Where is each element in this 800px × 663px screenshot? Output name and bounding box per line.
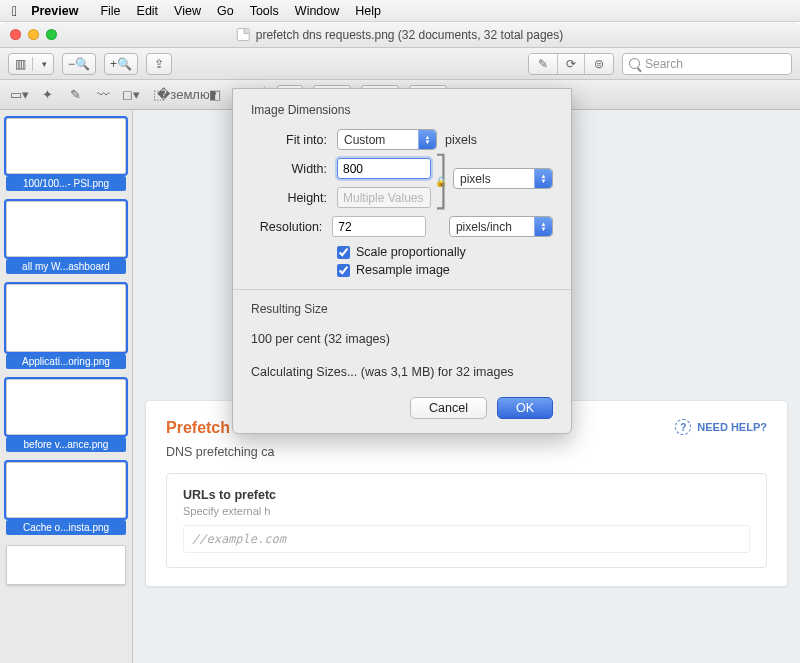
share-button[interactable]: ⇪ (146, 53, 172, 75)
thumbnail[interactable] (6, 201, 126, 257)
scale-proportionally-checkbox[interactable]: Scale proportionally (337, 245, 553, 259)
menu-file[interactable]: File (92, 0, 128, 22)
search-icon (629, 58, 640, 69)
thumbnail-label: before v...ance.png (6, 437, 126, 452)
chevrons-icon: ▲▼ (418, 130, 436, 149)
thumbnail-label: Applicati...oring.png (6, 354, 126, 369)
resample-image-checkbox[interactable]: Resample image (337, 263, 553, 277)
draw-icon[interactable]: 〰 (94, 86, 112, 104)
fit-into-select[interactable]: Custom▲▼ (337, 129, 437, 150)
thumbnail-label: Cache o...insta.png (6, 520, 126, 535)
checkbox-icon[interactable] (337, 264, 350, 277)
chevrons-icon: ▲▼ (534, 217, 552, 236)
width-input[interactable] (337, 158, 431, 179)
sketch-icon[interactable]: ✎ (66, 86, 84, 104)
thumbnail[interactable] (6, 545, 126, 585)
aspect-lock: ⎤ 🔒 ⎦ (435, 158, 447, 205)
resolution-input[interactable] (332, 216, 426, 237)
thumbnail[interactable] (6, 462, 126, 518)
menu-view[interactable]: View (166, 0, 209, 22)
thumbnail-label: 100/100...- PSI.png (6, 176, 126, 191)
search-input[interactable]: Search (622, 53, 792, 75)
zoom-out-button[interactable]: −🔍 (62, 53, 96, 75)
shapes-icon[interactable]: ◻▾ (122, 86, 140, 104)
traffic-zoom-icon[interactable] (46, 29, 57, 40)
zoom-in-button[interactable]: +🔍 (104, 53, 138, 75)
search-placeholder: Search (645, 57, 683, 71)
menu-help[interactable]: Help (347, 0, 389, 22)
result-percent: 100 per cent (32 images) (251, 328, 553, 351)
toolbar-primary: ▥▾ −🔍 +🔍 ⇪ ✎ ⟳ ⊜ Search (0, 48, 800, 80)
instant-alpha-icon[interactable]: ✦ (38, 86, 56, 104)
need-help-button[interactable]: ?NEED HELP? (675, 419, 767, 435)
selection-tool-icon[interactable]: ▭▾ (10, 86, 28, 104)
box-mono: //example.com (183, 525, 750, 553)
help-ring-icon: ? (675, 419, 691, 435)
ok-button[interactable]: OK (497, 397, 553, 419)
adjust-color-icon[interactable]: ◧ (206, 86, 224, 104)
dimension-unit-select[interactable]: pixels▲▼ (453, 168, 553, 189)
titlebar: prefetch dns requests.png (32 documents,… (0, 22, 800, 48)
menubar-app[interactable]: Preview (23, 0, 86, 22)
thumbnail[interactable] (6, 379, 126, 435)
view-mode-button[interactable]: ▥▾ (8, 53, 54, 75)
sidebar-icon: ▥ (9, 57, 33, 71)
thumbnail-sidebar[interactable]: 100/100...- PSI.png all my W...ashboard … (0, 110, 133, 663)
height-input[interactable] (337, 187, 431, 208)
section-resulting-size: Resulting Size (251, 302, 553, 316)
markup-icon[interactable]: ⊜ (585, 54, 613, 74)
highlight-icon[interactable]: ✎ (529, 54, 557, 74)
menu-window[interactable]: Window (287, 0, 347, 22)
macos-menubar:  Preview File Edit View Go Tools Window… (0, 0, 800, 22)
checkbox-icon[interactable] (337, 246, 350, 259)
divider (233, 289, 571, 290)
traffic-close-icon[interactable] (10, 29, 21, 40)
traffic-minimize-icon[interactable] (28, 29, 39, 40)
resolution-unit-select[interactable]: pixels/inch▲▼ (449, 216, 553, 237)
document-icon (237, 28, 250, 41)
menu-tools[interactable]: Tools (242, 0, 287, 22)
sign-icon[interactable]: �землю▾ (178, 86, 196, 104)
markup-group: ✎ ⟳ ⊜ (528, 53, 614, 75)
window-title: prefetch dns requests.png (32 documents,… (256, 28, 564, 42)
cancel-button[interactable]: Cancel (410, 397, 487, 419)
box-title: URLs to prefetc (183, 488, 750, 502)
box-sub: Specify external h (183, 505, 750, 517)
apple-icon[interactable]:  (12, 3, 17, 19)
section-image-dimensions: Image Dimensions (251, 103, 553, 117)
resolution-label: Resolution: (251, 220, 322, 234)
chevrons-icon: ▲▼ (534, 169, 552, 188)
doc-subtitle: DNS prefetching ca (166, 445, 767, 459)
doc-box: URLs to prefetc Specify external h //exa… (166, 473, 767, 568)
menu-go[interactable]: Go (209, 0, 242, 22)
share-icon: ⇪ (154, 57, 164, 71)
height-label: Height: (251, 191, 327, 205)
thumbnail-label: all my W...ashboard (6, 259, 126, 274)
fit-into-unit: pixels (445, 133, 477, 147)
thumbnail[interactable] (6, 284, 126, 352)
fit-into-label: Fit into: (251, 133, 327, 147)
adjust-size-dialog: Image Dimensions Fit into: Custom▲▼ pixe… (232, 88, 572, 434)
menu-edit[interactable]: Edit (129, 0, 167, 22)
rotate-icon[interactable]: ⟳ (557, 54, 585, 74)
width-label: Width: (251, 162, 327, 176)
chevron-down-icon: ▾ (36, 59, 53, 69)
result-calculating: Calculating Sizes... (was 3,1 MB) for 32… (251, 361, 553, 384)
thumbnail[interactable] (6, 118, 126, 174)
